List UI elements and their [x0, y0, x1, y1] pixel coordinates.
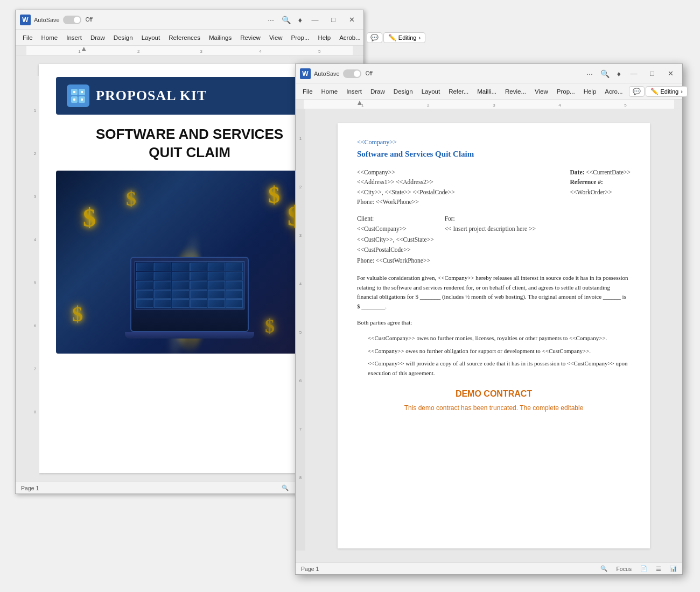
- menu-draw-2[interactable]: Draw: [367, 87, 389, 96]
- client-postal: <<CustPostalCode>>: [357, 245, 434, 256]
- cover-image: $ $ $ $ $ $ $: [56, 171, 323, 354]
- view-icon-1[interactable]: 🔍: [282, 484, 289, 491]
- menu-review-1[interactable]: Review: [236, 33, 264, 43]
- menu-prop-1[interactable]: Prop...: [288, 33, 313, 43]
- menu-file-1[interactable]: File: [19, 33, 37, 43]
- svg-rect-6: [73, 98, 75, 101]
- menu-acrobat-1[interactable]: Acrob...: [335, 33, 365, 43]
- client-label: Client:: [357, 214, 434, 224]
- view-icon-2[interactable]: 🔍: [600, 565, 607, 572]
- word-icon-2: W: [300, 68, 311, 79]
- doc2-client-section: Client: <<CustCompany>> <<CustCity>>, <<…: [357, 214, 631, 266]
- close-btn-1[interactable]: ✕: [344, 14, 359, 26]
- view-doc-2[interactable]: 📄: [640, 565, 647, 572]
- doc2-bullets: <<CustCompany>> owes no further monies, …: [368, 334, 631, 378]
- toggle-knob-2: [354, 71, 360, 77]
- menu-bar-1: File Home Insert Draw Design Layout Refe…: [16, 30, 363, 46]
- search-icon-1[interactable]: 🔍: [279, 15, 293, 25]
- doc2-demo-text: This demo contract has been truncated. T…: [357, 404, 631, 412]
- minimize-btn-1[interactable]: —: [307, 14, 323, 26]
- editing-arrow-2: ›: [681, 88, 683, 95]
- doc2-title: Software and Services Quit Claim: [357, 150, 631, 159]
- menu-help-1[interactable]: Help: [314, 33, 335, 43]
- menu-help-2[interactable]: Help: [580, 87, 600, 96]
- focus-label-2[interactable]: Focus: [616, 566, 632, 572]
- pencil-icon-2: ✏️: [650, 88, 659, 95]
- client-company: <<CustCompany>>: [357, 224, 434, 235]
- autosave-toggle-2[interactable]: [343, 69, 361, 78]
- menu-view-1[interactable]: View: [265, 33, 286, 43]
- menu-mailings-1[interactable]: Mailings: [205, 33, 235, 43]
- word-icon-1: W: [20, 15, 31, 25]
- title-bar-1: W AutoSave Off ··· 🔍 ♦ — □ ✕: [16, 10, 363, 30]
- meta-company: <<Company>>: [357, 167, 455, 177]
- menu-home-2[interactable]: Home: [318, 87, 342, 96]
- menu-view-2[interactable]: View: [531, 87, 552, 96]
- ruler-2: 1 2 3 4 5: [296, 100, 682, 109]
- dollar-1: $: [83, 203, 96, 232]
- autosave-label-2: AutoSave: [314, 71, 340, 77]
- autosave-label-1: AutoSave: [34, 17, 60, 23]
- more-icon-2[interactable]: ···: [584, 68, 595, 79]
- meta-citystatezip: <<City>>, <<State>> <<PostalCode>>: [357, 187, 455, 197]
- diamond-icon-1[interactable]: ♦: [296, 15, 304, 25]
- laptop-body: [130, 257, 249, 332]
- laptop-base: [125, 332, 254, 339]
- bullet-1: <<CustCompany>> owes no further monies, …: [368, 334, 631, 343]
- diamond-icon-2[interactable]: ♦: [615, 68, 623, 79]
- autosave-toggle-1[interactable]: [63, 16, 81, 24]
- title-bar-2: W AutoSave Off ··· 🔍 ♦ — □ ✕: [296, 64, 682, 83]
- menu-draw-1[interactable]: Draw: [87, 33, 109, 43]
- cover-doc-title: SOFTWARE AND SERVICESQUIT CLAIM: [56, 125, 323, 162]
- for-label: For:: [445, 214, 631, 224]
- comment-btn-1[interactable]: 💬: [367, 32, 382, 43]
- svg-rect-7: [81, 98, 83, 101]
- editing-label-2: Editing: [661, 88, 679, 95]
- menu-insert-1[interactable]: Insert: [62, 33, 86, 43]
- menu-layout-2[interactable]: Layout: [418, 87, 444, 96]
- status-bar-2: Page 1 🔍 Focus 📄 ☰ 📊: [296, 562, 682, 574]
- toggle-off-2: Off: [366, 71, 373, 76]
- bullet-3: <<Company>> will provide a copy of all s…: [368, 359, 631, 378]
- close-btn-2[interactable]: ✕: [663, 68, 678, 80]
- menu-references-1[interactable]: References: [165, 33, 204, 43]
- view-grid-2[interactable]: 📊: [670, 565, 677, 572]
- for-value: << Insert project description here >>: [445, 224, 631, 235]
- search-icon-2[interactable]: 🔍: [598, 68, 612, 79]
- client-phone: Phone: <<CustWorkPhone>>: [357, 256, 434, 266]
- menu-insert-2[interactable]: Insert: [342, 87, 366, 96]
- menu-mailings-2[interactable]: Mailli...: [473, 87, 500, 96]
- doc2-meta-right: Date: <<CurrentDate>> Reference #: <<Wor…: [570, 167, 631, 207]
- menu-home-1[interactable]: Home: [38, 33, 62, 43]
- svg-rect-4: [73, 91, 75, 93]
- dollar-7: $: [265, 315, 275, 337]
- more-icon-1[interactable]: ···: [265, 15, 276, 25]
- menu-layout-1[interactable]: Layout: [138, 33, 164, 43]
- menu-acrobat-2[interactable]: Acro...: [601, 87, 626, 96]
- menu-prop-2[interactable]: Prop...: [553, 87, 579, 96]
- editing-btn-2[interactable]: ✏️ Editing ›: [646, 86, 688, 97]
- comment-btn-2[interactable]: 💬: [629, 86, 645, 97]
- meta-phone: Phone: <<WorkPhone>>: [357, 197, 455, 207]
- doc2-body-text: For valuable consideration given, <<Comp…: [357, 273, 631, 311]
- maximize-btn-1[interactable]: □: [326, 14, 341, 26]
- doc2-company-tag: <<Company>>: [357, 138, 631, 146]
- ruler-1: 1 2 3 4 5: [16, 46, 363, 55]
- menu-review-2[interactable]: Revie...: [501, 87, 530, 96]
- meta-workorder: <<WorkOrder>>: [570, 187, 631, 197]
- editing-btn-1[interactable]: ✏️ Editing ›: [383, 32, 425, 43]
- menu-design-2[interactable]: Design: [390, 87, 417, 96]
- menu-file-2[interactable]: File: [299, 87, 317, 96]
- doc2-client-right: For: << Insert project description here …: [434, 214, 631, 266]
- view-list-2[interactable]: ☰: [656, 566, 661, 572]
- maximize-btn-2[interactable]: □: [645, 68, 660, 80]
- cover-header: PROPOSAL KIT: [56, 77, 323, 115]
- menu-design-1[interactable]: Design: [110, 33, 137, 43]
- toggle-knob-1: [74, 17, 80, 23]
- cover-logo-text: PROPOSAL KIT: [96, 88, 207, 104]
- dollar-3: $: [268, 181, 280, 209]
- logo-icon: [67, 84, 89, 107]
- menu-references-2[interactable]: Refer...: [445, 87, 472, 96]
- minimize-btn-2[interactable]: —: [626, 68, 641, 80]
- pencil-icon-1: ✏️: [388, 34, 396, 41]
